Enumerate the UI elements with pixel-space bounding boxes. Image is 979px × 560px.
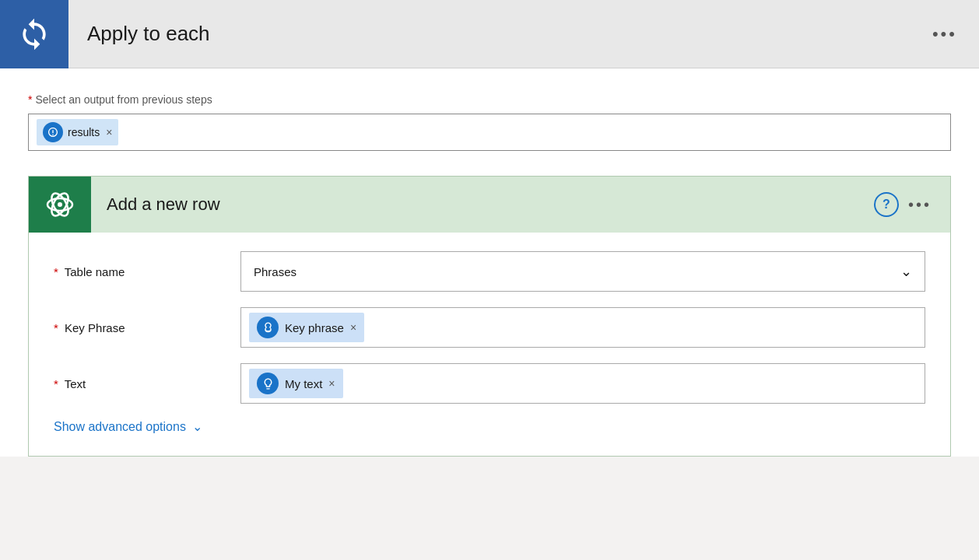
key-phrase-label: * Key Phrase: [54, 321, 240, 334]
text-row: * Text My text ×: [54, 363, 925, 404]
card-body: * Table name Phrases ⌄ * Key Phrase: [29, 233, 950, 456]
text-chip[interactable]: My text ×: [249, 369, 343, 398]
show-advanced-button[interactable]: Show advanced options ⌄: [54, 419, 925, 434]
card-header: Add a new row ? •••: [29, 177, 950, 233]
card-title: Add a new row: [107, 194, 874, 215]
card-more-button[interactable]: •••: [908, 196, 932, 214]
table-name-select[interactable]: Phrases ⌄: [240, 251, 925, 292]
key-phrase-chip[interactable]: Key phrase ×: [249, 313, 364, 342]
output-chip-icon: [43, 122, 63, 142]
text-chip-close[interactable]: ×: [328, 377, 335, 390]
table-name-row: * Table name Phrases ⌄: [54, 251, 925, 292]
header: Apply to each •••: [0, 0, 979, 68]
card-header-icon: [29, 177, 91, 233]
loop-icon: [17, 17, 51, 51]
header-more-button[interactable]: •••: [932, 24, 957, 44]
main-content: *Select an output from previous steps re…: [0, 68, 979, 457]
output-chip-label: results: [68, 126, 100, 138]
chevron-down-icon: ⌄: [900, 263, 912, 280]
dataverse-icon: [44, 189, 75, 220]
key-phrase-chip-icon: [257, 317, 279, 338]
header-icon: [0, 0, 68, 68]
help-button[interactable]: ?: [874, 192, 899, 217]
hand-pointer-icon: [261, 377, 275, 390]
key-phrase-input[interactable]: Key phrase ×: [240, 307, 925, 348]
text-chip-label: My text: [285, 377, 322, 390]
table-name-value: Phrases: [254, 265, 900, 278]
text-label: * Text: [54, 377, 240, 390]
show-advanced-label: Show advanced options: [54, 420, 186, 434]
add-new-row-card: Add a new row ? ••• * Table name Phrases…: [28, 176, 951, 457]
select-output-section: *Select an output from previous steps re…: [28, 93, 951, 151]
text-input[interactable]: My text ×: [240, 363, 925, 404]
key-phrase-chip-close[interactable]: ×: [350, 321, 356, 334]
select-output-label: *Select an output from previous steps: [28, 93, 951, 106]
brain-small-icon: [47, 126, 59, 138]
svg-point-3: [58, 202, 62, 207]
output-input[interactable]: results ×: [28, 114, 951, 151]
output-chip[interactable]: results ×: [37, 119, 118, 145]
key-phrase-chip-label: Key phrase: [285, 321, 344, 334]
header-title: Apply to each: [87, 22, 932, 46]
required-star: *: [28, 93, 32, 106]
cognitive-icon: [261, 321, 275, 334]
output-chip-close-button[interactable]: ×: [106, 126, 112, 138]
chevron-down-icon: ⌄: [192, 419, 202, 434]
key-phrase-row: * Key Phrase Key phrase ×: [54, 307, 925, 348]
text-chip-icon: [257, 373, 279, 394]
table-name-label: * Table name: [54, 265, 240, 278]
